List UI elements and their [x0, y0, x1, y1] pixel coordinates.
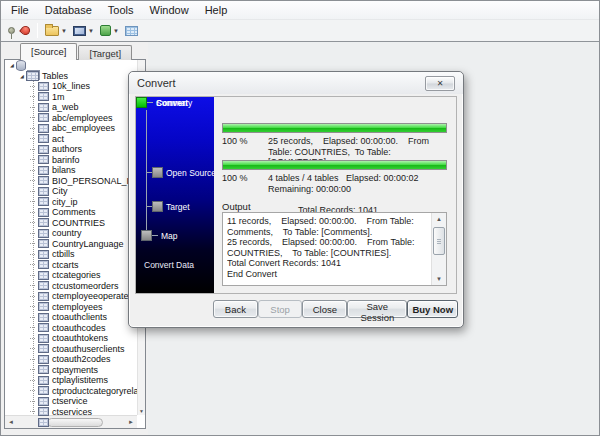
tree-item[interactable]: ctemployees	[5, 302, 145, 313]
tree-item[interactable]: ctoauthcodes	[5, 323, 145, 334]
menu-item[interactable]: File	[3, 2, 37, 18]
chevron-down-icon[interactable]: ▼	[61, 28, 67, 34]
tree-item[interactable]: abc_employees	[5, 123, 145, 134]
scroll-left-icon[interactable]: ◄	[5, 416, 17, 428]
wizard-step: Convert	[136, 97, 188, 108]
tree-item[interactable]: ctcustomeorders	[5, 281, 145, 292]
menu-item[interactable]: Tools	[100, 2, 142, 18]
menu-item[interactable]: Help	[197, 2, 236, 18]
table-icon	[38, 92, 49, 101]
menu-item[interactable]: Window	[142, 2, 197, 18]
expander-icon[interactable]: ◢	[8, 62, 16, 68]
tree-item[interactable]: authors	[5, 144, 145, 155]
buy-now-button[interactable]: Buy Now	[407, 300, 458, 318]
output-scrollbar[interactable]: ▲ ▼	[431, 213, 446, 285]
tree-item[interactable]: ctservice	[5, 396, 145, 407]
open-database-button[interactable]: ▼	[42, 22, 70, 40]
disconnect-button[interactable]	[18, 22, 33, 40]
tree-horizontal-scrollbar[interactable]: ◄ ►	[5, 415, 137, 428]
tree-item[interactable]: 1m	[5, 92, 145, 103]
scroll-right-icon[interactable]: ►	[125, 416, 137, 428]
tree-item[interactable]: Comments	[5, 207, 145, 218]
tree-item[interactable]: barinfo	[5, 155, 145, 166]
scroll-down-icon[interactable]: ▼	[138, 408, 145, 414]
data-grid-button[interactable]	[122, 22, 141, 40]
tree-item[interactable]: ctoauth2codes	[5, 354, 145, 365]
tree-item-label: bilans	[52, 165, 76, 175]
chevron-down-icon[interactable]: ▼	[113, 28, 119, 34]
tree-item[interactable]: act	[5, 134, 145, 145]
connect-icon	[8, 27, 15, 34]
tree-item[interactable]: bilans	[5, 165, 145, 176]
tab-target[interactable]: [Target]	[78, 45, 132, 60]
source-target-tabs: [Source] [Target]	[4, 43, 146, 60]
tree-item-label: ctpayments	[52, 365, 98, 375]
scroll-down-icon[interactable]: ▼	[432, 273, 446, 285]
tree-item[interactable]: ctoauthtokens	[5, 333, 145, 344]
tree-item[interactable]: a_web	[5, 102, 145, 113]
tree-item[interactable]: city_ip	[5, 197, 145, 208]
tables-folder-icon	[26, 71, 39, 81]
dialog-title-bar[interactable]: Convert ✕	[129, 72, 463, 94]
tree-item-label: 10k_lines	[52, 81, 90, 91]
tree-item[interactable]: ctproductcategoryrelation	[5, 386, 145, 397]
table-icon	[38, 187, 49, 196]
tree-item-label: city_ip	[52, 197, 78, 207]
total-progress-detail: 4 tables / 4 tables Elapsed: 00:00:02 Re…	[268, 173, 447, 215]
output-label: Output	[222, 201, 251, 212]
step-label: Convert	[156, 98, 188, 108]
tree-item[interactable]: City	[5, 186, 145, 197]
tree-item[interactable]: ctplaylistitems	[5, 375, 145, 386]
stop-button[interactable]: Stop	[258, 300, 303, 318]
tree-item[interactable]: BIO_PERSONAL_INFO	[5, 176, 145, 187]
table-progress-percent: 100 %	[222, 136, 268, 147]
chevron-down-icon[interactable]: ▼	[88, 28, 94, 34]
tree-item[interactable]: ctbills	[5, 249, 145, 260]
connect-button[interactable]	[5, 22, 18, 40]
tree-item[interactable]: COUNTRIES	[5, 218, 145, 229]
tree-item[interactable]: ctoauthuserclients	[5, 344, 145, 355]
tree-item-label: ctoauthcodes	[52, 323, 106, 333]
tree-item[interactable]: abc/employees	[5, 113, 145, 124]
step-stub-line	[147, 102, 153, 103]
table-icon	[38, 208, 49, 217]
tree-item[interactable]: CountryLanguage	[5, 239, 145, 250]
wizard-steps-panel: Convert Data Open Source Target	[136, 97, 214, 293]
tree-item-label: ctoauthtokens	[52, 333, 108, 343]
total-progress-row: 100 % 4 tables / 4 tables Elapsed: 00:00…	[222, 173, 447, 215]
disconnect-icon	[19, 24, 32, 37]
convert-button[interactable]: ▼	[97, 22, 122, 40]
tree-item-label: ctoauthuserclients	[52, 344, 125, 354]
scrollbar-thumb[interactable]	[47, 418, 103, 427]
tree-item[interactable]: 10k_lines	[5, 81, 145, 92]
tree-group-label: Tables	[42, 71, 68, 81]
tree-item[interactable]: ctcarts	[5, 260, 145, 271]
tree-item-label: barinfo	[52, 155, 80, 165]
back-button[interactable]: Back	[213, 300, 258, 318]
scroll-up-icon[interactable]: ▲	[432, 213, 446, 225]
dialog-close-button[interactable]: ✕	[425, 76, 455, 91]
save-session-button[interactable]: Save Session	[347, 300, 407, 318]
tree-item[interactable]: country	[5, 228, 145, 239]
table-icon	[38, 239, 49, 248]
menu-bar: FileDatabaseToolsWindowHelp	[1, 1, 599, 20]
expander-icon[interactable]: ◢	[18, 73, 26, 79]
tab-source[interactable]: [Source]	[20, 43, 77, 60]
table-icon	[38, 218, 49, 227]
tree-root-node[interactable]: ◢	[5, 60, 145, 71]
table-icon	[38, 82, 49, 91]
tree-item-label: ctbills	[52, 249, 75, 259]
tree-item[interactable]: ctoauthclients	[5, 312, 145, 323]
tree-item[interactable]: ctpayments	[5, 365, 145, 376]
steps-connector-line	[146, 110, 147, 236]
tree-item[interactable]: ctcategories	[5, 270, 145, 281]
tree-item[interactable]: ctemployeeoperatelog	[5, 291, 145, 302]
view-window-button[interactable]: ▼	[70, 22, 97, 40]
tree-group-tables[interactable]: ◢ Tables	[5, 71, 145, 82]
close-button[interactable]: Close	[302, 300, 347, 318]
menu-item[interactable]: Database	[37, 2, 100, 18]
scrollbar-thumb[interactable]	[433, 227, 445, 255]
table-icon	[38, 365, 49, 374]
wizard-step: Map	[141, 230, 178, 241]
table-icon	[38, 113, 49, 122]
